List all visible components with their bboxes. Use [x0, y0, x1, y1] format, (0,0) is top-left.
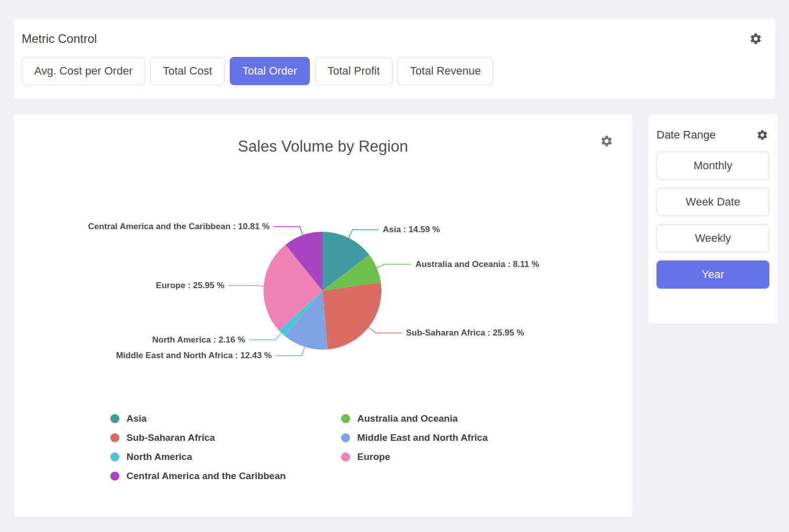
metric-settings-button[interactable] — [749, 32, 762, 45]
pie-label-line — [274, 227, 303, 235]
metric-control-header: Metric Control — [14, 19, 775, 46]
legend-dot — [110, 433, 119, 442]
metric-button-total-revenue[interactable]: Total Revenue — [398, 57, 494, 85]
legend-label: Middle East and North Africa — [357, 432, 488, 443]
date-range-card: Date Range MonthlyWeek DateWeeklyYear — [648, 114, 777, 324]
pie-label-line — [228, 286, 264, 286]
date-settings-button[interactable] — [756, 129, 768, 141]
pie-label-line — [276, 347, 304, 356]
gear-icon — [756, 129, 768, 141]
pie-label-line — [377, 264, 412, 268]
pie-label-line — [349, 230, 379, 238]
legend-item-asia[interactable]: Asia — [110, 413, 341, 425]
legend-label: Central America and the Caribbean — [126, 471, 286, 482]
chart-settings-button[interactable] — [600, 135, 613, 148]
legend-item-central-america-and-the-caribbean[interactable]: Central America and the Caribbean — [110, 470, 341, 482]
metric-control-card: Metric Control Avg. Cost per OrderTotal … — [14, 19, 775, 99]
legend-label: Australia and Oceania — [357, 413, 458, 424]
legend-label: Sub-Saharan Africa — [126, 432, 215, 443]
date-range-button-year[interactable]: Year — [656, 260, 769, 289]
pie-label-line — [249, 333, 282, 340]
pie-label-australia-and-oceania: Australia and Oceania : 8.11 % — [415, 259, 539, 269]
date-range-title: Date Range — [656, 128, 715, 142]
date-range-header: Date Range — [648, 114, 777, 142]
pie-label-asia: Asia : 14.59 % — [383, 225, 440, 234]
legend-dot — [110, 472, 119, 481]
legend-dot — [341, 452, 350, 461]
metric-button-total-order[interactable]: Total Order — [230, 57, 310, 85]
legend-label: Europe — [357, 451, 390, 462]
legend-item-north-america[interactable]: North America — [110, 451, 341, 463]
date-range-button-monthly[interactable]: Monthly — [656, 152, 769, 180]
pie-slice-sub-saharan-africa[interactable] — [322, 282, 381, 349]
legend-item-australia-and-oceania[interactable]: Australia and Oceania — [341, 413, 488, 425]
legend-dot — [110, 452, 119, 461]
sales-volume-card: Asia : 14.59 %Australia and Oceania : 8.… — [14, 114, 632, 517]
legend-item-middle-east-and-north-africa[interactable]: Middle East and North Africa — [341, 432, 488, 444]
chart-legend: AsiaAustralia and OceaniaSub-Saharan Afr… — [110, 413, 488, 482]
legend-dot — [341, 414, 350, 423]
legend-dot — [110, 414, 119, 423]
pie-label-middle-east-and-north-africa: Middle East and North Africa : 12.43 % — [116, 351, 272, 360]
metric-control-title: Metric Control — [22, 32, 97, 46]
legend-item-sub-saharan-africa[interactable]: Sub-Saharan Africa — [110, 432, 341, 444]
metric-button-avg-cost-per-order[interactable]: Avg. Cost per Order — [22, 57, 145, 85]
pie-label-line — [369, 327, 402, 333]
pie-label-central-america-and-the-caribbean: Central America and the Caribbean : 10.8… — [88, 222, 270, 231]
metric-button-total-profit[interactable]: Total Profit — [315, 57, 392, 85]
date-range-button-group: MonthlyWeek DateWeeklyYear — [648, 142, 777, 289]
metric-button-total-cost[interactable]: Total Cost — [150, 57, 225, 85]
metric-button-group: Avg. Cost per OrderTotal CostTotal Order… — [14, 46, 775, 85]
legend-item-europe[interactable]: Europe — [341, 451, 488, 463]
legend-label: North America — [126, 451, 192, 462]
legend-label: Asia — [126, 413, 147, 424]
date-range-button-weekly[interactable]: Weekly — [656, 224, 769, 252]
gear-icon — [600, 135, 613, 148]
pie-label-north-america: North America : 2.16 % — [152, 335, 245, 345]
pie-label-sub-saharan-africa: Sub-Saharan Africa : 25.95 % — [406, 328, 524, 338]
chart-title: Sales Volume by Region — [14, 138, 632, 156]
date-range-button-week-date[interactable]: Week Date — [656, 188, 769, 216]
gear-icon — [749, 32, 762, 45]
legend-dot — [341, 433, 350, 442]
pie-label-europe: Europe : 25.95 % — [156, 281, 224, 290]
